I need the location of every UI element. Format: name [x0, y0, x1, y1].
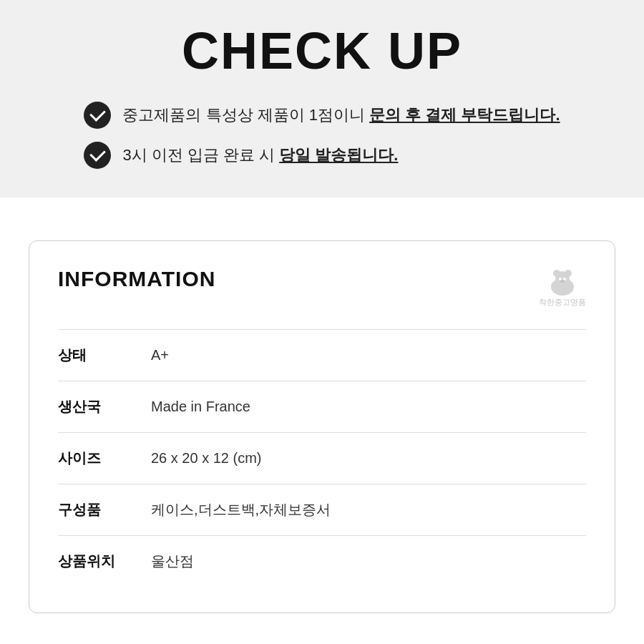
- check-icon-1: [84, 102, 111, 129]
- checklist-bold-text-2: 당일 발송됩니다.: [279, 146, 398, 164]
- info-value-3: 케이스,더스트백,자체보증서: [151, 500, 331, 519]
- table-row: 상품위치 울산점: [58, 535, 586, 587]
- checklist-text-1: 중고제품의 특성상 제품이 1점이니 문의 후 결제 부탁드립니다.: [122, 104, 560, 126]
- table-row: 사이즈 26 x 20 x 12 (cm): [58, 432, 586, 484]
- svg-point-2: [553, 270, 560, 277]
- checklist-normal-text-1: 중고제품의 특성상 제품이 1점이니: [122, 106, 369, 124]
- info-label-3: 구성품: [58, 500, 151, 519]
- info-label-2: 사이즈: [58, 449, 151, 468]
- table-row: 상태 A+: [58, 329, 586, 381]
- check-icon-2: [84, 142, 111, 169]
- info-card: INFORMATION 착한중고명품 상태 A+ 생산국 Made in Fra…: [29, 240, 615, 613]
- checklist-item-2: 3시 이전 입금 완료 시 당일 발송됩니다.: [84, 142, 560, 169]
- spacer: [0, 197, 644, 240]
- info-value-2: 26 x 20 x 12 (cm): [151, 450, 262, 467]
- table-row: 생산국 Made in France: [58, 381, 586, 432]
- info-value-0: A+: [151, 347, 169, 364]
- checklist: 중고제품의 특성상 제품이 1점이니 문의 후 결제 부탁드립니다. 3시 이전…: [84, 102, 560, 169]
- brand-logo: 착한중고명품: [539, 267, 586, 308]
- brand-logo-text: 착한중고명품: [539, 297, 586, 308]
- svg-point-6: [560, 280, 565, 283]
- info-card-title: INFORMATION: [58, 267, 215, 291]
- main-title: CHECK UP: [29, 21, 615, 80]
- brand-logo-svg: [545, 267, 580, 296]
- table-row: 구성품 케이스,더스트백,자체보증서: [58, 484, 586, 535]
- checklist-bold-text-1: 문의 후 결제 부탁드립니다.: [369, 106, 560, 124]
- info-header: INFORMATION 착한중고명품: [58, 267, 586, 308]
- checklist-normal-text-2: 3시 이전 입금 완료 시: [122, 146, 279, 164]
- info-value-1: Made in France: [151, 399, 250, 415]
- info-label-1: 생산국: [58, 397, 151, 416]
- info-table: 상태 A+ 생산국 Made in France 사이즈 26 x 20 x 1…: [58, 329, 586, 587]
- checklist-item-1: 중고제품의 특성상 제품이 1점이니 문의 후 결제 부탁드립니다.: [84, 102, 560, 129]
- info-value-4: 울산점: [151, 552, 194, 571]
- info-label-0: 상태: [58, 346, 151, 365]
- checklist-text-2: 3시 이전 입금 완료 시 당일 발송됩니다.: [122, 145, 398, 166]
- info-label-4: 상품위치: [58, 552, 151, 571]
- svg-point-3: [565, 270, 572, 277]
- header-section: CHECK UP 중고제품의 특성상 제품이 1점이니 문의 후 결제 부탁드립…: [0, 0, 644, 197]
